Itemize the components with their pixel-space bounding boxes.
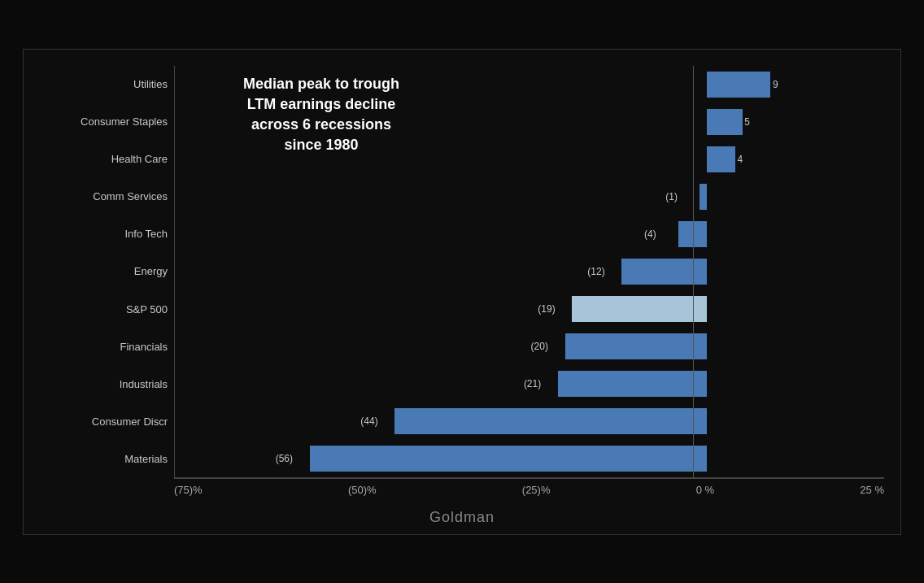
bar-row: (4) (175, 215, 884, 253)
bar-row: (21) (175, 365, 884, 402)
bar-value-label: (20) (531, 341, 548, 352)
goldman-label: Goldman (40, 509, 884, 526)
bar-value-label: (12) (587, 266, 604, 277)
bar-value-label: (56) (276, 453, 293, 464)
y-label: Comm Services (40, 178, 168, 215)
bar-value-label: 9 (773, 79, 778, 90)
annotation-box: Median peak to troughLTM earnings declin… (207, 74, 435, 156)
bar-value-label: 5 (744, 116, 750, 128)
bar (707, 72, 770, 98)
x-axis-label: (75)% (174, 484, 203, 496)
y-label: Health Care (40, 141, 168, 178)
bar-row: (56) (175, 440, 884, 477)
y-label: Materials (40, 440, 168, 477)
bar (558, 371, 707, 397)
bar (700, 184, 707, 210)
y-label: Energy (40, 253, 168, 290)
y-label: Info Tech (40, 215, 168, 253)
bar-row: (44) (175, 402, 884, 440)
bar-row: (12) (175, 253, 884, 290)
bars-section: Median peak to troughLTM earnings declin… (174, 66, 884, 478)
y-label: Industrials (40, 365, 168, 402)
bar (565, 333, 707, 359)
bar (572, 296, 707, 322)
x-axis-label: (25)% (522, 484, 551, 496)
bar-value-label: (4) (644, 228, 656, 240)
bar-row: (19) (175, 290, 884, 328)
bar-value-label: (44) (360, 415, 377, 427)
x-axis-label: 0 % (696, 484, 714, 496)
x-axis-label: 25 % (860, 484, 884, 496)
x-axis-label: (50)% (348, 484, 377, 496)
y-label: Financials (40, 328, 168, 365)
y-labels: UtilitiesConsumer StaplesHealth CareComm… (40, 66, 174, 478)
y-label: Utilities (40, 66, 168, 103)
bar (707, 146, 735, 172)
chart-area: UtilitiesConsumer StaplesHealth CareComm… (40, 66, 884, 478)
bar-row: (20) (175, 328, 884, 365)
chart-wrapper: UtilitiesConsumer StaplesHealth CareComm… (23, 49, 901, 535)
bar-row: (1) (175, 178, 884, 215)
bar (394, 408, 707, 434)
bar-value-label: (19) (538, 303, 555, 315)
x-axis: (75)%(50)%(25)%0 %25 % (174, 479, 884, 496)
y-label: Consumer Discr (40, 402, 168, 440)
zero-line (693, 66, 694, 477)
bar-value-label: (21) (524, 378, 541, 389)
bar (707, 109, 743, 135)
bar (621, 259, 707, 285)
bar-value-label: 4 (737, 154, 743, 165)
bar (310, 446, 707, 472)
y-label: Consumer Staples (40, 103, 168, 141)
y-label: S&P 500 (40, 290, 168, 328)
bar-value-label: (1) (665, 191, 678, 202)
